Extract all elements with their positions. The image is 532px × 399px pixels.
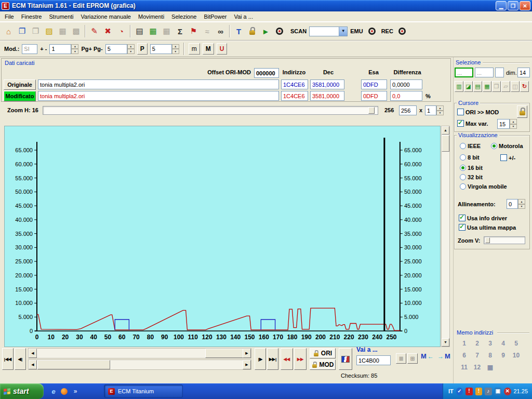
modificato-button[interactable]: Modificato: [4, 91, 36, 101]
prev-map-button[interactable]: M←: [421, 352, 434, 360]
clock[interactable]: 21.25: [514, 388, 528, 394]
history-icon[interactable]: ◔: [115, 24, 128, 38]
radio-16bit[interactable]: 16 bit: [460, 165, 483, 171]
height-up-icon[interactable]: ▲: [436, 105, 444, 111]
originale-differenza-field[interactable]: [390, 79, 422, 89]
select-row-icon[interactable]: ▤: [473, 81, 482, 92]
max-var-checkbox[interactable]: Max var.: [457, 120, 488, 127]
memo-slot-6[interactable]: 6: [458, 352, 471, 359]
height-down-icon[interactable]: ▼: [436, 111, 444, 116]
firefox-icon[interactable]: [59, 385, 69, 397]
start-button[interactable]: start: [0, 383, 44, 399]
modificato-dec-field[interactable]: [310, 91, 344, 101]
pg-field[interactable]: [105, 44, 127, 54]
open-file-icon[interactable]: ▨: [43, 24, 56, 38]
dim-field[interactable]: [517, 68, 530, 77]
zoom-h-slider[interactable]: [43, 106, 378, 115]
next-difference-button[interactable]: ▶▶: [294, 348, 307, 370]
pg-up-icon[interactable]: ▲: [127, 44, 135, 49]
emu-target-icon[interactable]: [366, 24, 379, 38]
binoculars-icon[interactable]: ∞: [214, 24, 227, 38]
step-forward-button[interactable]: |▶: [255, 348, 266, 370]
memo-slot-9[interactable]: 9: [497, 352, 510, 359]
memo-slot-7[interactable]: 7: [471, 352, 484, 359]
modificato-differenza-field[interactable]: [390, 91, 422, 101]
memo-slot-8[interactable]: 8: [484, 352, 497, 359]
originale-esa-field[interactable]: [361, 79, 387, 89]
originale-dec-field[interactable]: [310, 79, 344, 89]
max-var-field[interactable]: [497, 119, 510, 129]
allineamento-field[interactable]: [507, 199, 518, 209]
memo-slot-10[interactable]: 10: [510, 352, 523, 359]
min-value-button[interactable]: m: [189, 43, 200, 55]
vai-a-field[interactable]: [356, 355, 391, 365]
menu-item-vai-a[interactable]: Vai a ...: [230, 12, 256, 21]
pg-down-icon[interactable]: ▼: [127, 49, 135, 54]
allineamento-up-icon[interactable]: ▲: [518, 199, 525, 204]
menu-item-strumenti[interactable]: Strumenti: [45, 12, 77, 21]
step-down-icon[interactable]: ▼: [71, 49, 78, 54]
flag-icon[interactable]: ⚑: [187, 24, 200, 38]
cursor-lock-button[interactable]: [517, 105, 527, 118]
zoom-v-slider-thumb[interactable]: [485, 237, 490, 243]
edit-map-icon[interactable]: ✎: [88, 24, 101, 38]
fine-scrollbar-thumb[interactable]: [37, 360, 110, 369]
offset-scrollbar-thumb[interactable]: [205, 349, 247, 358]
max-value-button[interactable]: M: [203, 43, 214, 55]
update-icon[interactable]: !: [475, 388, 482, 395]
mod-button[interactable]: MOD: [310, 360, 336, 370]
radio-ieee[interactable]: IEEE: [460, 143, 481, 149]
originale-button[interactable]: Originale: [4, 79, 36, 90]
menu-item-file[interactable]: File: [1, 12, 18, 21]
sum-icon[interactable]: Σ: [174, 24, 187, 38]
close-button[interactable]: ✕: [520, 1, 530, 10]
memo-slot-12[interactable]: 12: [471, 364, 484, 371]
radio-8bit[interactable]: 8 bit: [460, 154, 480, 161]
ori-mod-checkbox[interactable]: ORI >> MOD: [457, 109, 499, 115]
go-last-button[interactable]: ▶▶|: [267, 348, 278, 370]
task-ecm-titanium[interactable]: E ECM Titanium: [104, 384, 183, 398]
modificato-esa-field[interactable]: [361, 91, 387, 101]
volume-icon[interactable]: ♪: [485, 388, 491, 395]
cancel-map-icon[interactable]: ✖: [101, 24, 114, 38]
quick-launch-more-icon[interactable]: »: [71, 385, 80, 397]
memo-slot-3[interactable]: 3: [484, 340, 497, 347]
allineamento-down-icon[interactable]: ▼: [518, 204, 525, 209]
height-field[interactable]: [425, 105, 436, 115]
next-map-button[interactable]: →M: [437, 352, 450, 360]
chart-vertical-scrollbar[interactable]: ▲ ▼: [441, 126, 450, 347]
chevron-down-icon[interactable]: ▼: [339, 27, 347, 36]
scroll-down-icon[interactable]: ▼: [442, 338, 449, 347]
scroll-right-icon[interactable]: ▶: [243, 349, 251, 358]
width-field[interactable]: [399, 105, 417, 115]
run-icon[interactable]: ►: [259, 24, 272, 38]
selection-start-field[interactable]: [455, 68, 473, 77]
p-field[interactable]: [150, 44, 172, 54]
copy-icon[interactable]: ❐: [16, 24, 29, 38]
chart-area[interactable]: 005.0005.00010.00010.00015.00015.00020.0…: [4, 126, 441, 347]
zoom-v-slider[interactable]: [484, 236, 525, 244]
max-var-up-icon[interactable]: ▲: [510, 119, 517, 124]
internet-explorer-icon[interactable]: e: [49, 385, 58, 397]
originale-indirizzo-field[interactable]: [281, 79, 308, 89]
modificato-file-field[interactable]: [38, 91, 279, 101]
scroll-left-icon[interactable]: ◀: [29, 349, 37, 358]
flag-button[interactable]: [339, 348, 352, 370]
selection-extra-field[interactable]: [495, 68, 504, 77]
menu-item-variazione-manuale[interactable]: Variazione manuale: [77, 12, 135, 21]
memo-slot-5[interactable]: 5: [510, 340, 523, 347]
minimize-button[interactable]: ▁: [496, 1, 507, 10]
select-table-icon[interactable]: ▦: [483, 81, 491, 92]
reset-selection-icon[interactable]: ↻: [520, 81, 529, 92]
select-column-icon[interactable]: ▥: [455, 81, 463, 92]
messenger-icon[interactable]: ✓: [456, 388, 463, 395]
antivirus-icon[interactable]: ✕: [504, 388, 511, 395]
p-up-icon[interactable]: ▲: [172, 44, 179, 49]
prev-difference-button[interactable]: ◀◀: [281, 348, 293, 370]
undo-button[interactable]: U: [217, 43, 228, 55]
fine-scroll-right-icon[interactable]: ▶: [243, 360, 251, 369]
menu-item-movimenti[interactable]: Movimenti: [135, 12, 168, 21]
usa-info-driver-checkbox[interactable]: Usa info driver: [459, 215, 507, 221]
rec-target-icon[interactable]: [396, 24, 409, 38]
lock-icon[interactable]: [246, 24, 259, 38]
